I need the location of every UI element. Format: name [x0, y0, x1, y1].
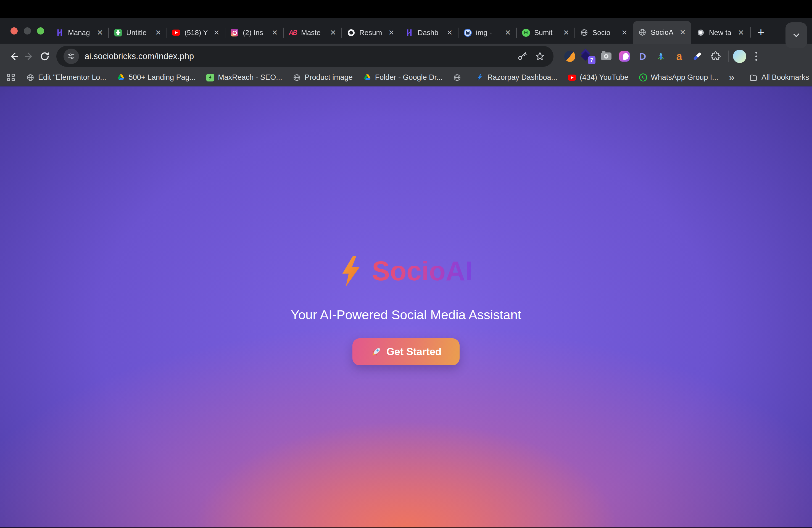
site-settings-icon[interactable] [63, 48, 79, 64]
tab-img[interactable]: img - ✕ [458, 21, 517, 44]
tab-label: Dashb [418, 28, 445, 37]
close-window-button[interactable] [11, 27, 18, 34]
close-tab-icon[interactable]: ✕ [387, 28, 396, 37]
extension-eyedropper-icon[interactable] [691, 50, 704, 63]
close-tab-icon[interactable]: ✕ [445, 28, 454, 37]
screen-top-bar [0, 0, 812, 18]
tab-label: SocioA [651, 28, 678, 37]
close-tab-icon[interactable]: ✕ [95, 28, 105, 37]
address-bar[interactable]: ai.sociobricks.com/index.php [56, 46, 553, 67]
bookmark-whatsapp[interactable]: WhatsApp Group I... [639, 73, 719, 82]
extension-pink-p-icon[interactable] [618, 50, 631, 63]
tab-manage[interactable]: Manag ✕ [50, 21, 108, 44]
maxreach-icon [206, 73, 214, 82]
bookmarks-bar: Edit "Elementor Lo... 500+ Landing Pag..… [0, 69, 812, 86]
tab-label: (2) Ins [243, 28, 270, 37]
tab-label: New ta [709, 28, 736, 37]
page-subtitle: Your AI-Powered Social Media Assistant [291, 307, 521, 322]
tab-search-button[interactable] [785, 23, 807, 48]
page-content: SocioAI Your AI-Powered Social Media Ass… [0, 86, 812, 527]
browser-toolbar: ai.sociobricks.com/index.php 7 [0, 44, 812, 69]
chevron-down-icon [793, 31, 800, 37]
tab-youtube[interactable]: (518) Y ✕ [167, 21, 225, 44]
reload-button[interactable] [37, 48, 53, 64]
profile-avatar[interactable] [733, 50, 746, 63]
bookmark-globe-only[interactable] [453, 73, 465, 82]
password-key-icon[interactable] [516, 50, 528, 63]
hostinger-icon [55, 28, 64, 37]
bookmark-star-icon[interactable] [534, 50, 546, 63]
bookmark-drive-folder[interactable]: Folder - Google Dr... [363, 73, 443, 82]
extension-swirl-icon[interactable] [563, 50, 576, 63]
minimize-window-button[interactable] [24, 27, 31, 34]
extension-rocket-icon[interactable] [655, 50, 667, 63]
google-drive-icon [363, 73, 372, 82]
google-drive-icon [117, 73, 125, 82]
extensions-puzzle-icon[interactable] [709, 50, 722, 63]
close-tab-icon[interactable]: ✕ [620, 28, 629, 37]
extension-d-icon[interactable]: D [636, 50, 649, 63]
extension-a-icon[interactable]: a [673, 50, 685, 63]
tab-socioai-active[interactable]: SocioA ✕ [633, 21, 691, 44]
tab-socio[interactable]: Socio ✕ [575, 21, 633, 44]
back-button[interactable] [6, 48, 21, 64]
tab-label: img - [476, 28, 503, 37]
browser-menu-button[interactable] [750, 50, 762, 62]
tab-dashboard[interactable]: Dashb ✕ [400, 21, 458, 44]
tab-divider [750, 27, 751, 38]
tab-label: Socio [592, 28, 620, 37]
new-tab-button[interactable]: + [753, 24, 769, 40]
close-tab-icon[interactable]: ✕ [736, 28, 746, 37]
youtube-icon [172, 28, 180, 37]
tab-instagram[interactable]: (2) Ins ✕ [225, 21, 284, 44]
tab-label: Manag [68, 28, 95, 37]
url-text[interactable]: ai.sociobricks.com/index.php [85, 52, 511, 61]
apps-grid-icon[interactable] [7, 74, 15, 81]
instagram-icon [230, 28, 239, 37]
globe-icon [638, 28, 647, 37]
extension-diamond-icon[interactable]: 7 [582, 50, 594, 63]
forward-button[interactable] [21, 48, 37, 64]
bookmark-maxreach[interactable]: MaxReach - SEO... [206, 73, 282, 82]
tab-strip: Manag ✕ Untitle ✕ (518) Y ✕ (2) Ins ✕ AB… [0, 18, 812, 44]
tab-label: (518) Y [185, 28, 212, 37]
logo-text: SocioAI [372, 255, 473, 287]
folder-icon [749, 73, 758, 82]
razorpay-icon [475, 73, 483, 82]
green-h-icon: H [521, 28, 530, 37]
tab-untitled-sheet[interactable]: Untitle ✕ [108, 21, 167, 44]
close-tab-icon[interactable]: ✕ [678, 28, 687, 37]
window-controls [11, 27, 44, 34]
close-tab-icon[interactable]: ✕ [154, 28, 163, 37]
chatgpt-icon [347, 28, 356, 37]
tab-label: Untitle [126, 28, 154, 37]
close-tab-icon[interactable]: ✕ [270, 28, 279, 37]
toolbar-divider [728, 50, 729, 62]
extension-badge: 7 [588, 56, 595, 64]
close-tab-icon[interactable]: ✕ [329, 28, 338, 37]
bookmark-youtube[interactable]: (434) YouTube [568, 73, 628, 82]
tab-resume-chatgpt[interactable]: Resum ✕ [342, 21, 400, 44]
extension-camera-icon[interactable] [600, 50, 613, 63]
tab-master[interactable]: AB Maste ✕ [284, 21, 342, 44]
close-tab-icon[interactable]: ✕ [212, 28, 221, 37]
all-bookmarks-button[interactable]: All Bookmarks [749, 73, 809, 82]
close-tab-icon[interactable]: ✕ [562, 28, 571, 37]
bookmark-razorpay[interactable]: Razorpay Dashboa... [475, 73, 557, 82]
get-started-button[interactable]: Get Started [352, 338, 460, 365]
get-started-label: Get Started [387, 346, 441, 357]
lightning-bolt-icon [339, 256, 364, 287]
floppy-disk-icon [463, 28, 472, 37]
zoom-window-button[interactable] [37, 27, 44, 34]
bookmark-landing-pages[interactable]: 500+ Landing Pag... [117, 73, 195, 82]
globe-icon [453, 73, 461, 82]
bookmark-product-image[interactable]: Product image [293, 73, 353, 82]
chrome-icon [696, 28, 705, 37]
close-tab-icon[interactable]: ✕ [503, 28, 512, 37]
bookmark-elementor[interactable]: Edit "Elementor Lo... [26, 73, 106, 82]
globe-icon [26, 73, 34, 82]
youtube-icon [568, 73, 576, 82]
tab-sumit[interactable]: H Sumit ✕ [517, 21, 575, 44]
tab-new-tab[interactable]: New ta ✕ [691, 21, 750, 44]
bookmarks-overflow-button[interactable]: » [729, 72, 735, 84]
